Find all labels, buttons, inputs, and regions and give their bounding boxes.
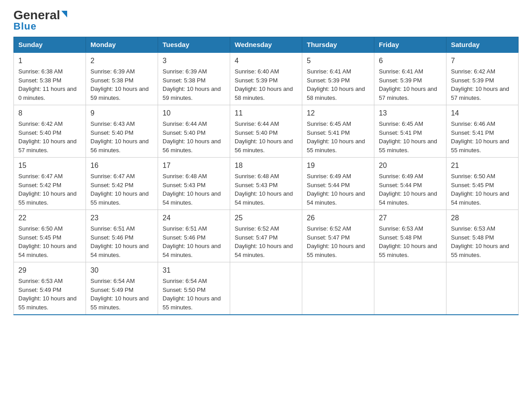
day-info: Sunrise: 6:54 AMSunset: 5:49 PMDaylight:… <box>90 278 149 311</box>
day-info: Sunrise: 6:53 AMSunset: 5:48 PMDaylight:… <box>379 225 437 258</box>
day-number: 17 <box>163 160 225 171</box>
calendar-cell: 11 Sunrise: 6:44 AMSunset: 5:40 PMDaylig… <box>230 105 302 158</box>
day-number: 16 <box>90 160 153 171</box>
calendar-cell: 18 Sunrise: 6:48 AMSunset: 5:43 PMDaylig… <box>230 158 302 210</box>
day-number: 15 <box>18 160 81 171</box>
calendar-header-saturday: Saturday <box>446 37 519 53</box>
day-info: Sunrise: 6:50 AMSunset: 5:45 PMDaylight:… <box>451 173 509 206</box>
day-info: Sunrise: 6:48 AMSunset: 5:43 PMDaylight:… <box>163 173 221 206</box>
calendar-cell <box>374 262 446 315</box>
day-number: 3 <box>163 56 225 66</box>
day-number: 31 <box>163 265 225 276</box>
calendar-cell: 15 Sunrise: 6:47 AMSunset: 5:42 PMDaylig… <box>14 158 86 210</box>
logo: General Blue <box>13 9 67 32</box>
day-info: Sunrise: 6:42 AMSunset: 5:39 PMDaylight:… <box>451 68 509 101</box>
day-number: 8 <box>18 108 81 119</box>
logo-general-text: General <box>13 9 67 21</box>
day-info: Sunrise: 6:51 AMSunset: 5:46 PMDaylight:… <box>90 225 149 258</box>
calendar-cell: 25 Sunrise: 6:52 AMSunset: 5:47 PMDaylig… <box>230 210 302 262</box>
day-number: 5 <box>307 56 369 66</box>
day-number: 25 <box>235 213 297 223</box>
calendar-week-row: 29 Sunrise: 6:53 AMSunset: 5:49 PMDaylig… <box>14 262 519 315</box>
calendar-table: SundayMondayTuesdayWednesdayThursdayFrid… <box>13 37 519 315</box>
calendar-header-tuesday: Tuesday <box>158 37 230 53</box>
day-number: 10 <box>163 108 225 119</box>
calendar-cell: 31 Sunrise: 6:54 AMSunset: 5:50 PMDaylig… <box>158 262 230 315</box>
day-info: Sunrise: 6:53 AMSunset: 5:48 PMDaylight:… <box>451 225 509 258</box>
calendar-cell: 5 Sunrise: 6:41 AMSunset: 5:39 PMDayligh… <box>302 52 374 105</box>
calendar-cell: 27 Sunrise: 6:53 AMSunset: 5:48 PMDaylig… <box>374 210 446 262</box>
calendar-cell: 4 Sunrise: 6:40 AMSunset: 5:39 PMDayligh… <box>230 52 302 105</box>
day-number: 23 <box>90 213 153 223</box>
calendar-week-row: 8 Sunrise: 6:42 AMSunset: 5:40 PMDayligh… <box>14 105 519 158</box>
day-info: Sunrise: 6:53 AMSunset: 5:49 PMDaylight:… <box>18 278 77 311</box>
calendar-cell: 9 Sunrise: 6:43 AMSunset: 5:40 PMDayligh… <box>86 105 158 158</box>
calendar-cell: 16 Sunrise: 6:47 AMSunset: 5:42 PMDaylig… <box>86 158 158 210</box>
day-number: 18 <box>235 160 297 171</box>
calendar-cell: 14 Sunrise: 6:46 AMSunset: 5:41 PMDaylig… <box>446 105 519 158</box>
calendar-header-wednesday: Wednesday <box>230 37 302 53</box>
day-number: 1 <box>18 56 81 66</box>
calendar-cell: 30 Sunrise: 6:54 AMSunset: 5:49 PMDaylig… <box>86 262 158 315</box>
day-number: 12 <box>307 108 369 119</box>
day-info: Sunrise: 6:45 AMSunset: 5:41 PMDaylight:… <box>379 120 437 154</box>
calendar-week-row: 22 Sunrise: 6:50 AMSunset: 5:45 PMDaylig… <box>14 210 519 262</box>
day-info: Sunrise: 6:44 AMSunset: 5:40 PMDaylight:… <box>163 120 221 154</box>
page-header: General Blue <box>13 9 519 32</box>
calendar-week-row: 1 Sunrise: 6:38 AMSunset: 5:38 PMDayligh… <box>14 52 519 105</box>
calendar-cell: 6 Sunrise: 6:41 AMSunset: 5:39 PMDayligh… <box>374 52 446 105</box>
day-number: 13 <box>379 108 442 119</box>
day-info: Sunrise: 6:47 AMSunset: 5:42 PMDaylight:… <box>18 173 77 206</box>
calendar-header-friday: Friday <box>374 37 446 53</box>
day-info: Sunrise: 6:40 AMSunset: 5:39 PMDaylight:… <box>235 68 293 101</box>
calendar-cell <box>302 262 374 315</box>
calendar-cell: 22 Sunrise: 6:50 AMSunset: 5:45 PMDaylig… <box>14 210 86 262</box>
calendar-cell: 17 Sunrise: 6:48 AMSunset: 5:43 PMDaylig… <box>158 158 230 210</box>
day-info: Sunrise: 6:48 AMSunset: 5:43 PMDaylight:… <box>235 173 293 206</box>
day-number: 11 <box>235 108 297 119</box>
day-info: Sunrise: 6:47 AMSunset: 5:42 PMDaylight:… <box>90 173 149 206</box>
calendar-cell: 8 Sunrise: 6:42 AMSunset: 5:40 PMDayligh… <box>14 105 86 158</box>
calendar-cell: 10 Sunrise: 6:44 AMSunset: 5:40 PMDaylig… <box>158 105 230 158</box>
day-info: Sunrise: 6:49 AMSunset: 5:44 PMDaylight:… <box>307 173 365 206</box>
day-info: Sunrise: 6:39 AMSunset: 5:38 PMDaylight:… <box>163 68 221 101</box>
day-number: 4 <box>235 56 297 66</box>
day-info: Sunrise: 6:43 AMSunset: 5:40 PMDaylight:… <box>90 120 149 154</box>
day-number: 6 <box>379 56 442 66</box>
day-number: 30 <box>90 265 153 276</box>
day-number: 27 <box>379 213 442 223</box>
day-info: Sunrise: 6:49 AMSunset: 5:44 PMDaylight:… <box>379 173 437 206</box>
day-info: Sunrise: 6:46 AMSunset: 5:41 PMDaylight:… <box>451 120 509 154</box>
calendar-cell: 20 Sunrise: 6:49 AMSunset: 5:44 PMDaylig… <box>374 158 446 210</box>
day-info: Sunrise: 6:54 AMSunset: 5:50 PMDaylight:… <box>163 278 221 311</box>
day-info: Sunrise: 6:51 AMSunset: 5:46 PMDaylight:… <box>163 225 221 258</box>
day-info: Sunrise: 6:39 AMSunset: 5:38 PMDaylight:… <box>90 68 149 101</box>
calendar-cell: 29 Sunrise: 6:53 AMSunset: 5:49 PMDaylig… <box>14 262 86 315</box>
day-number: 19 <box>307 160 369 171</box>
calendar-header-thursday: Thursday <box>302 37 374 53</box>
day-number: 14 <box>451 108 514 119</box>
calendar-cell: 19 Sunrise: 6:49 AMSunset: 5:44 PMDaylig… <box>302 158 374 210</box>
day-info: Sunrise: 6:38 AMSunset: 5:38 PMDaylight:… <box>18 68 77 101</box>
calendar-week-row: 15 Sunrise: 6:47 AMSunset: 5:42 PMDaylig… <box>14 158 519 210</box>
day-number: 22 <box>18 213 81 223</box>
day-number: 29 <box>18 265 81 276</box>
logo-blue-text: Blue <box>13 21 67 32</box>
day-info: Sunrise: 6:45 AMSunset: 5:41 PMDaylight:… <box>307 120 365 154</box>
calendar-cell: 13 Sunrise: 6:45 AMSunset: 5:41 PMDaylig… <box>374 105 446 158</box>
calendar-cell: 23 Sunrise: 6:51 AMSunset: 5:46 PMDaylig… <box>86 210 158 262</box>
calendar-cell <box>446 262 519 315</box>
day-number: 20 <box>379 160 442 171</box>
day-info: Sunrise: 6:52 AMSunset: 5:47 PMDaylight:… <box>307 225 365 258</box>
day-info: Sunrise: 6:44 AMSunset: 5:40 PMDaylight:… <box>235 120 293 154</box>
calendar-cell: 12 Sunrise: 6:45 AMSunset: 5:41 PMDaylig… <box>302 105 374 158</box>
calendar-cell: 28 Sunrise: 6:53 AMSunset: 5:48 PMDaylig… <box>446 210 519 262</box>
calendar-header-monday: Monday <box>86 37 158 53</box>
day-number: 28 <box>451 213 514 223</box>
calendar-header-sunday: Sunday <box>14 37 86 53</box>
day-info: Sunrise: 6:50 AMSunset: 5:45 PMDaylight:… <box>18 225 77 258</box>
calendar-cell: 21 Sunrise: 6:50 AMSunset: 5:45 PMDaylig… <box>446 158 519 210</box>
day-info: Sunrise: 6:41 AMSunset: 5:39 PMDaylight:… <box>307 68 365 101</box>
calendar-cell: 2 Sunrise: 6:39 AMSunset: 5:38 PMDayligh… <box>86 52 158 105</box>
day-number: 9 <box>90 108 153 119</box>
